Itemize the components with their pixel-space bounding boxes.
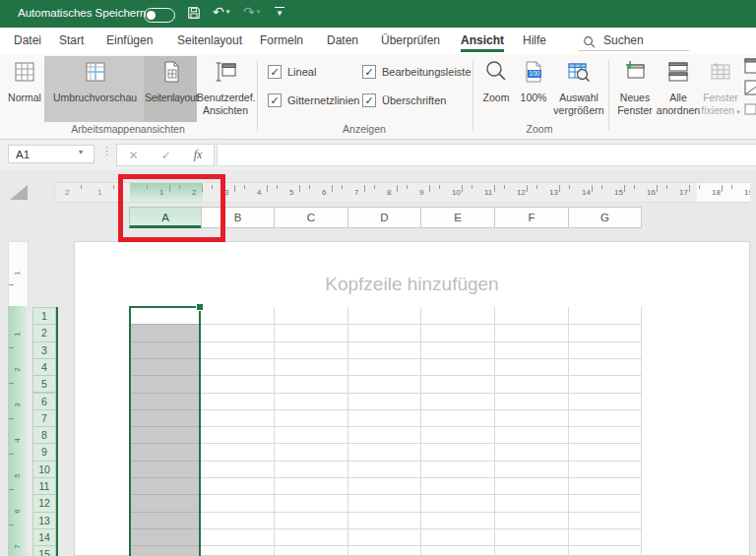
- row-header-13[interactable]: 13: [32, 512, 56, 529]
- neues-fenster-button[interactable]: Neues Fenster: [612, 57, 658, 117]
- row-header-5[interactable]: 5: [32, 375, 56, 393]
- gridline: [129, 512, 641, 513]
- fenster-fixieren-icon: *: [699, 59, 742, 88]
- fenster-fixieren-button: * Fenster fixieren ▾: [699, 57, 742, 118]
- vertical-ruler-number: 4: [13, 436, 22, 446]
- normal-view-label: Normal: [8, 92, 41, 103]
- ruler-tick: [234, 185, 235, 192]
- ruler-tick: [689, 185, 690, 192]
- row-header-3[interactable]: 3: [32, 341, 56, 359]
- row-header-2[interactable]: 2: [32, 324, 56, 341]
- formula-input[interactable]: [217, 144, 756, 166]
- ruler-number: 15: [614, 188, 623, 197]
- gridline: [129, 477, 641, 478]
- name-box-dropdown-icon[interactable]: ▾: [79, 148, 83, 156]
- row-header-14[interactable]: 14: [32, 528, 56, 546]
- lineal-label: Lineal: [287, 66, 316, 78]
- worksheet-area: Kopfzeile hinzufügen 1234567891011121314…: [0, 170, 756, 556]
- zoom-100-button[interactable]: 100 100%: [516, 57, 551, 104]
- undo-dropdown-icon[interactable]: ▾: [226, 8, 230, 15]
- fill-handle[interactable]: [196, 303, 204, 311]
- formula-bar-handle[interactable]: ⋮: [101, 145, 112, 157]
- ruler-number: 5: [289, 188, 293, 197]
- gridline: [494, 307, 495, 556]
- tab-datei[interactable]: Datei: [14, 33, 41, 47]
- insert-function-icon[interactable]: fx: [194, 148, 203, 162]
- gridline: [129, 324, 641, 325]
- checkbox-ueberschriften[interactable]: ✓ Überschriften: [362, 93, 446, 107]
- ruler-tick: [407, 185, 408, 189]
- row-header-4[interactable]: 4: [32, 358, 56, 376]
- formula-buttons: ✕ ✓ fx: [116, 144, 215, 166]
- row-header-10[interactable]: 10: [32, 461, 56, 478]
- column-header-G[interactable]: G: [568, 207, 642, 228]
- alle-anordnen-button[interactable]: Alle anordnen: [656, 57, 701, 117]
- ruler-tick: [439, 185, 440, 189]
- umbruchvorschau-button[interactable]: Umbruchvorschau: [45, 57, 145, 104]
- row-header-11[interactable]: 11: [32, 477, 56, 495]
- ruler-number: 6: [322, 188, 326, 197]
- row-header-7[interactable]: 7: [32, 409, 56, 427]
- row-header-6[interactable]: 6: [32, 393, 56, 410]
- zoom-100-icon: 100: [516, 59, 551, 88]
- gridline: [568, 307, 569, 556]
- gridline: [129, 358, 641, 359]
- checkbox-icon: ✓: [268, 65, 282, 79]
- checkbox-bearbeitungsleiste[interactable]: ✓ Bearbeitungsleiste: [362, 65, 472, 79]
- tab-hilfe[interactable]: Hilfe: [523, 33, 546, 47]
- save-icon[interactable]: [187, 6, 201, 22]
- tab-daten[interactable]: Daten: [327, 33, 358, 47]
- seitenlayout-button[interactable]: Seitenlayout: [145, 57, 197, 104]
- tab-formeln[interactable]: Formeln: [260, 33, 303, 47]
- ruler-tick: [244, 185, 245, 189]
- row-header-8[interactable]: 8: [32, 426, 56, 444]
- tab-seitenlayout[interactable]: Seitenlayout: [177, 33, 242, 47]
- tab-start[interactable]: Start: [59, 33, 84, 47]
- alle-anordnen-icon: [656, 59, 701, 88]
- row-header-15[interactable]: 15: [32, 545, 56, 556]
- column-header-E[interactable]: E: [420, 207, 495, 228]
- zoom-icon: [478, 59, 514, 88]
- group-label-zoom: Zoom: [472, 123, 606, 135]
- row-header-12[interactable]: 12: [32, 494, 56, 512]
- split-window-icon[interactable]: [744, 58, 756, 80]
- checkbox-lineal[interactable]: ✓ Lineal: [268, 65, 316, 79]
- select-all-button[interactable]: [10, 185, 28, 204]
- benutzerdef-ansichten-button[interactable]: Benutzerdef. Ansichten: [197, 57, 254, 117]
- tab-einfuegen[interactable]: Einfügen: [106, 33, 153, 47]
- column-header-F[interactable]: F: [494, 207, 569, 228]
- ruler-tick: [364, 185, 365, 192]
- ruler-number: 7: [354, 188, 358, 197]
- ruler-number: 8: [387, 188, 391, 197]
- zoom-button[interactable]: Zoom: [478, 57, 514, 104]
- ruler-tick: [267, 185, 268, 192]
- seitenlayout-icon: [145, 59, 197, 88]
- ruler-number: 16: [647, 188, 656, 197]
- row-header-1[interactable]: 1: [32, 307, 56, 325]
- tab-ueberpruefen[interactable]: Überprüfen: [381, 33, 440, 47]
- search-input[interactable]: Suchen: [603, 33, 644, 47]
- column-header-D[interactable]: D: [347, 207, 421, 228]
- ruler-tick: [657, 185, 658, 192]
- ruler-tick: [504, 185, 505, 189]
- autosave-toggle[interactable]: [144, 8, 175, 23]
- gridline: [129, 341, 641, 342]
- sync-scroll-icon[interactable]: [744, 101, 756, 119]
- enter-icon: ✓: [161, 149, 171, 162]
- autosave-label: Automatisches Speichern: [18, 7, 146, 19]
- undo-icon[interactable]: ↶▾: [213, 5, 229, 19]
- auswahl-vergroessern-button[interactable]: Auswahl vergrößern: [551, 57, 606, 117]
- column-header-C[interactable]: C: [274, 207, 348, 228]
- customize-toolbar-icon[interactable]: ▾: [275, 7, 284, 19]
- side-by-side-icon[interactable]: [744, 80, 756, 101]
- umbruchvorschau-icon: [45, 59, 145, 88]
- fenster-fixieren-label-1: Fenster: [703, 92, 738, 103]
- vertical-ruler-tick: [9, 454, 14, 455]
- normal-view-button[interactable]: Normal: [4, 57, 45, 104]
- page-header-placeholder[interactable]: Kopfzeile hinzufügen: [74, 274, 750, 295]
- row-header-9[interactable]: 9: [32, 443, 56, 461]
- ruler-number: 13: [549, 188, 558, 197]
- auswahl-vergroessern-icon: [551, 59, 606, 88]
- tab-ansicht[interactable]: Ansicht: [461, 33, 504, 47]
- checkbox-gitternetzlinien[interactable]: ✓ Gitternetzlinien: [268, 93, 359, 107]
